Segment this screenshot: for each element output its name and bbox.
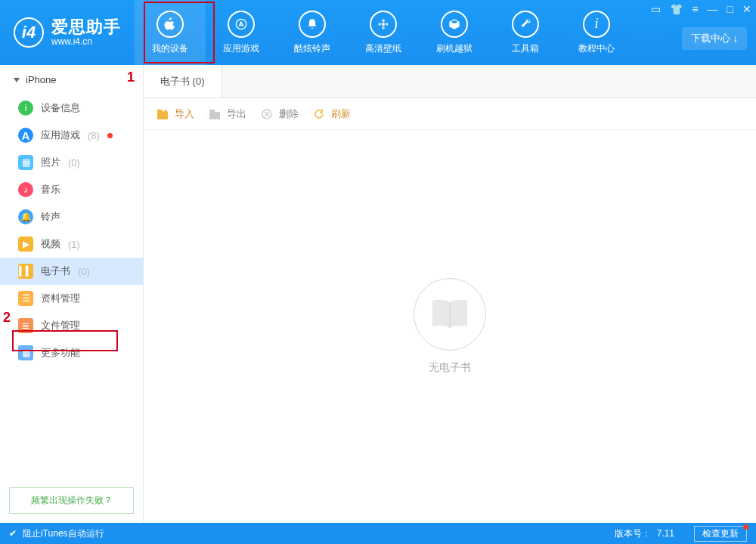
svg-rect-6 xyxy=(157,112,168,119)
top-nav: 我的设备 应用游戏 酷炫铃声 高清壁纸 刷机越狱 工具箱 i 教程中心 xyxy=(135,0,632,65)
video-icon: ▶ xyxy=(18,236,33,252)
book-icon: ▍▍ xyxy=(18,264,33,279)
sidebar-item-label: 资料管理 xyxy=(41,292,80,305)
svg-point-2 xyxy=(382,19,385,22)
download-center-button[interactable]: 下载中心 ↓ xyxy=(682,27,747,50)
sidebar-item-label: 视频 xyxy=(41,237,60,251)
nav-label: 高清壁纸 xyxy=(365,42,401,55)
version-label: 版本号： xyxy=(615,527,651,540)
nav-label: 教程中心 xyxy=(578,42,615,55)
brand-url: www.i4.cn xyxy=(51,37,121,47)
main-panel: 电子书 (0) 导入 导出 删除 刷新 无电子书 xyxy=(144,65,756,523)
sidebar-item-data[interactable]: ☰资料管理 xyxy=(0,285,143,312)
notification-dot-icon xyxy=(107,133,113,138)
nav-label: 应用游戏 xyxy=(223,42,259,55)
tab-ebooks[interactable]: 电子书 (0) xyxy=(144,65,222,97)
sidebar-item-label: 照片 xyxy=(41,156,60,169)
wrench-icon xyxy=(512,11,539,38)
sidebar-item-count: (0) xyxy=(68,157,80,168)
brand: i4 爱思助手 www.i4.cn xyxy=(0,0,135,65)
svg-rect-7 xyxy=(209,112,220,119)
svg-point-5 xyxy=(386,23,389,26)
menu-icon[interactable]: ≡ xyxy=(692,3,698,15)
device-selector[interactable]: iPhone xyxy=(0,65,143,94)
skin-icon[interactable]: 👕 xyxy=(670,3,683,15)
feedback-icon[interactable]: ▭ xyxy=(651,3,661,15)
sidebar-item-photo[interactable]: ▦照片(0) xyxy=(0,149,143,176)
book-icon xyxy=(414,278,486,351)
tab-bar: 电子书 (0) xyxy=(144,65,756,98)
sidebar-item-video[interactable]: ▶视频(1) xyxy=(0,230,143,258)
maximize-icon[interactable]: □ xyxy=(727,3,733,15)
sidebar-item-label: 音乐 xyxy=(41,183,60,196)
nav-label: 工具箱 xyxy=(512,42,539,55)
sidebar-item-label: 铃声 xyxy=(41,210,60,224)
sidebar-item-count: (8) xyxy=(88,130,100,141)
delete-icon xyxy=(262,109,275,119)
box-icon xyxy=(441,11,468,38)
nav-flash[interactable]: 刷机越狱 xyxy=(419,0,490,65)
device-name: iPhone xyxy=(26,74,56,85)
sidebar-item-file[interactable]: ≣文件管理 xyxy=(0,312,143,339)
nav-label: 刷机越狱 xyxy=(436,42,472,55)
version-value: 7.11 xyxy=(657,528,674,539)
check-icon: ✔ xyxy=(9,528,17,539)
sidebar-item-count: (0) xyxy=(78,266,90,277)
export-button[interactable]: 导出 xyxy=(209,107,246,121)
nav-tutorials[interactable]: i 教程中心 xyxy=(561,0,632,65)
appstore-icon xyxy=(228,11,255,38)
svg-point-0 xyxy=(236,19,246,29)
sidebar-item-ring[interactable]: 🔔铃声 xyxy=(0,203,143,230)
svg-point-4 xyxy=(378,23,381,26)
sidebar-item-more[interactable]: ▦更多功能 xyxy=(0,339,143,366)
nav-ringtones[interactable]: 酷炫铃声 xyxy=(277,0,348,65)
sidebar-item-book[interactable]: ▍▍电子书(0) xyxy=(0,258,143,285)
import-button[interactable]: 导入 xyxy=(157,107,194,121)
export-icon xyxy=(209,109,223,119)
empty-text: 无电子书 xyxy=(429,361,471,375)
svg-point-3 xyxy=(382,26,385,29)
file-icon: ≣ xyxy=(18,318,33,333)
sidebar-item-apps[interactable]: A应用游戏(8) xyxy=(0,122,143,149)
sidebar-item-label: 电子书 xyxy=(41,264,70,278)
window-controls: ▭ 👕 ≡ — □ ✕ xyxy=(651,3,751,15)
sidebar-item-count: (1) xyxy=(68,239,80,250)
nav-wallpapers[interactable]: 高清壁纸 xyxy=(348,0,419,65)
app-header: i4 爱思助手 www.i4.cn 我的设备 应用游戏 酷炫铃声 高清壁纸 刷机… xyxy=(0,0,756,65)
toolbar: 导入 导出 删除 刷新 xyxy=(144,98,756,130)
more-icon: ▦ xyxy=(18,345,33,360)
close-icon[interactable]: ✕ xyxy=(742,3,751,15)
nav-label: 我的设备 xyxy=(152,42,188,55)
itunes-block-toggle[interactable]: 阻止iTunes自动运行 xyxy=(23,527,104,540)
check-update-button[interactable]: 检查更新 xyxy=(694,526,747,542)
minimize-icon[interactable]: — xyxy=(708,3,718,15)
photo-icon: ▦ xyxy=(18,155,33,170)
nav-label: 酷炫铃声 xyxy=(294,42,330,55)
nav-my-device[interactable]: 我的设备 xyxy=(135,0,206,65)
sidebar-item-music[interactable]: ♪音乐 xyxy=(0,176,143,203)
status-bar: ✔ 阻止iTunes自动运行 版本号： 7.11 检查更新 xyxy=(0,523,756,544)
apple-icon xyxy=(156,11,184,38)
nav-apps[interactable]: 应用游戏 xyxy=(206,0,277,65)
sidebar: iPhone i设备信息A应用游戏(8)▦照片(0)♪音乐🔔铃声▶视频(1)▍▍… xyxy=(0,65,144,523)
empty-state: 无电子书 xyxy=(144,130,756,523)
sidebar-item-info[interactable]: i设备信息 xyxy=(0,94,143,122)
brand-name: 爱思助手 xyxy=(51,18,121,36)
svg-point-1 xyxy=(382,23,385,26)
music-icon: ♪ xyxy=(18,182,33,197)
sidebar-item-label: 设备信息 xyxy=(41,101,80,115)
sidebar-item-label: 更多功能 xyxy=(41,346,80,360)
brand-logo-icon: i4 xyxy=(14,17,44,48)
help-link[interactable]: 频繁出现操作失败？ xyxy=(9,487,134,514)
nav-toolbox[interactable]: 工具箱 xyxy=(490,0,561,65)
ring-icon: 🔔 xyxy=(18,209,33,224)
import-icon xyxy=(157,109,171,119)
sidebar-item-label: 应用游戏 xyxy=(41,128,80,142)
chevron-down-icon xyxy=(14,78,20,82)
refresh-icon xyxy=(314,109,327,119)
delete-button[interactable]: 删除 xyxy=(262,107,299,121)
sidebar-item-label: 文件管理 xyxy=(41,319,80,332)
flower-icon xyxy=(370,11,397,38)
refresh-button[interactable]: 刷新 xyxy=(314,107,351,121)
apps-icon: A xyxy=(18,128,33,143)
